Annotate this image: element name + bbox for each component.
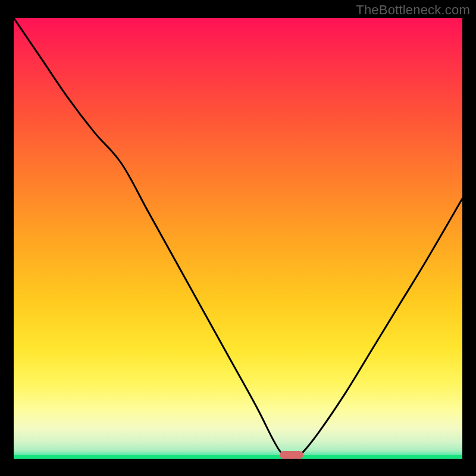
minimum-marker (280, 451, 303, 459)
watermark-text: TheBottleneck.com (356, 2, 470, 18)
chart-frame: TheBottleneck.com (0, 0, 476, 476)
plot-area (14, 18, 462, 459)
bottleneck-curve (14, 18, 462, 459)
